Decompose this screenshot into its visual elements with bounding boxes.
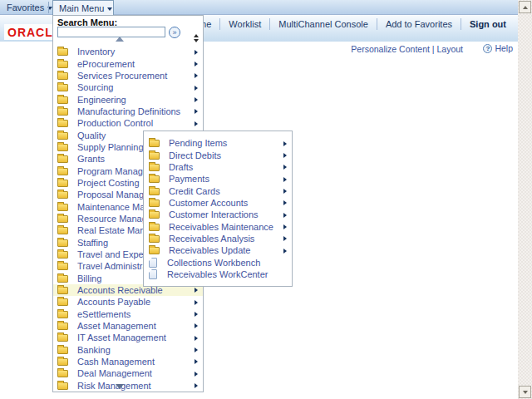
main-menu-item[interactable]: IT Asset Management bbox=[53, 332, 203, 343]
header-nav-link[interactable]: Worklist bbox=[220, 18, 270, 30]
folder-icon bbox=[149, 235, 160, 243]
folder-icon bbox=[57, 227, 68, 234]
main-menu-label: Main Menu bbox=[59, 3, 104, 13]
folder-icon bbox=[57, 155, 68, 163]
folder-icon bbox=[149, 164, 160, 171]
submenu-arrow-icon bbox=[283, 177, 287, 182]
folder-icon bbox=[57, 180, 68, 187]
main-menu-button[interactable]: Main Menu bbox=[52, 0, 114, 15]
menu-item-label: Grants bbox=[77, 154, 105, 164]
folder-icon bbox=[57, 370, 68, 377]
scrollbar-down-button[interactable] bbox=[519, 386, 531, 398]
folder-icon bbox=[149, 152, 160, 160]
menu-resize-widget[interactable] bbox=[194, 34, 199, 42]
submenu-item[interactable]: Customer Interactions bbox=[144, 209, 292, 220]
submenu-item-label: Receivables Update bbox=[169, 245, 250, 255]
main-menu-item[interactable]: Banking bbox=[53, 344, 203, 356]
submenu-arrow-icon bbox=[283, 153, 287, 158]
folder-icon bbox=[57, 48, 68, 56]
header-nav-link-label: Sign out bbox=[470, 19, 506, 29]
main-menu-item[interactable]: Inventory bbox=[53, 46, 203, 57]
folder-icon bbox=[149, 211, 160, 219]
help-icon: ? bbox=[483, 44, 492, 53]
submenu-item[interactable]: Direct Debits bbox=[144, 149, 292, 160]
submenu-item[interactable]: Pending Items bbox=[144, 137, 292, 149]
menu-scroll-up-arrow[interactable] bbox=[53, 37, 186, 42]
folder-icon bbox=[57, 251, 68, 259]
folder-icon bbox=[57, 334, 68, 342]
main-menu-item[interactable]: Sourcing bbox=[53, 81, 203, 93]
menu-item-label: eProcurement bbox=[77, 59, 135, 69]
main-menu-item[interactable]: Services Procurement bbox=[53, 70, 203, 81]
folder-icon bbox=[57, 168, 68, 175]
menu-item-label: Deal Management bbox=[77, 368, 152, 378]
menu-item-label: Production Control bbox=[77, 118, 153, 128]
submenu-item-label: Receivables WorkCenter bbox=[167, 269, 268, 279]
triangle-up-icon bbox=[194, 34, 199, 37]
arrow-up-icon bbox=[116, 37, 124, 42]
folder-icon bbox=[57, 120, 68, 127]
main-menu-item[interactable]: Deal Management bbox=[53, 367, 203, 379]
folder-icon bbox=[57, 144, 68, 151]
submenu-item[interactable]: Receivables WorkCenter bbox=[144, 268, 292, 280]
folder-icon bbox=[57, 204, 68, 211]
submenu-item-label: Drafts bbox=[169, 162, 193, 172]
favorites-menu-button[interactable]: Favorites bbox=[7, 2, 52, 12]
main-menu-item[interactable]: eProcurement bbox=[53, 57, 203, 69]
accounts-receivable-submenu: Pending Items Direct Debits Drafts Payme… bbox=[143, 131, 293, 287]
header-nav-link-label: Add to Favorites bbox=[386, 19, 452, 29]
submenu-arrow-icon bbox=[195, 121, 198, 126]
header-nav-link-label: Worklist bbox=[229, 19, 261, 29]
submenu-item[interactable]: Customer Accounts bbox=[144, 197, 292, 209]
help-link[interactable]: ? Help bbox=[483, 43, 513, 53]
menu-item-label: Sourcing bbox=[77, 82, 113, 92]
submenu-arrow-icon bbox=[195, 383, 198, 388]
submenu-arrow-icon bbox=[283, 200, 287, 205]
header-nav-links: Home Worklist MultiChannel Console Add t… bbox=[179, 18, 515, 30]
submenu-arrow-icon bbox=[195, 336, 198, 341]
submenu-list: Pending Items Direct Debits Drafts Payme… bbox=[144, 137, 292, 286]
scroll-up-icon bbox=[523, 6, 528, 9]
main-menu-item[interactable]: Cash Management bbox=[53, 356, 203, 367]
submenu-item[interactable]: Receivables Analysis bbox=[144, 233, 292, 244]
submenu-item-label: Direct Debits bbox=[169, 150, 221, 160]
main-menu-item[interactable]: Engineering bbox=[53, 93, 203, 105]
submenu-arrow-icon bbox=[195, 86, 198, 91]
submenu-item[interactable]: Payments bbox=[144, 173, 292, 185]
submenu-item[interactable]: Credit Cards bbox=[144, 185, 292, 196]
page-scrollbar[interactable] bbox=[518, 0, 532, 399]
main-menu-item[interactable]: eSettlements bbox=[53, 308, 203, 320]
menu-scroll-down-arrow[interactable] bbox=[53, 384, 186, 389]
submenu-item[interactable]: Receivables Update bbox=[144, 244, 292, 256]
folder-icon bbox=[57, 311, 68, 318]
submenu-arrow-icon bbox=[195, 109, 198, 114]
header-nav-link-label: MultiChannel Console bbox=[278, 19, 368, 29]
personalize-content-layout-links[interactable]: Personalize Content | Layout bbox=[351, 44, 463, 54]
header-nav-link[interactable]: Sign out bbox=[461, 18, 515, 30]
submenu-arrow-icon bbox=[195, 50, 198, 55]
header-nav-link[interactable]: Add to Favorites bbox=[377, 18, 461, 30]
scrollbar-up-button[interactable] bbox=[519, 1, 531, 13]
favorites-label: Favorites bbox=[7, 2, 44, 12]
folder-icon bbox=[57, 72, 68, 80]
header-nav-link[interactable]: MultiChannel Console bbox=[270, 18, 377, 30]
main-menu-item[interactable]: Production Control bbox=[53, 117, 203, 129]
submenu-item[interactable]: Receivables Maintenance bbox=[144, 220, 292, 232]
submenu-item[interactable]: Collections Workbench bbox=[144, 256, 292, 268]
menu-item-label: Project Costing bbox=[77, 178, 140, 188]
folder-icon bbox=[57, 275, 68, 283]
main-menu-item[interactable]: Accounts Payable bbox=[53, 296, 203, 308]
help-label: Help bbox=[495, 43, 513, 53]
menu-item-label: Accounts Payable bbox=[77, 297, 150, 307]
folder-icon bbox=[149, 258, 157, 268]
menu-item-label: Engineering bbox=[77, 95, 126, 105]
menu-item-label: Quality bbox=[77, 131, 106, 140]
menu-item-label: eSettlements bbox=[77, 309, 131, 319]
main-menu-item[interactable]: Manufacturing Definitions bbox=[53, 106, 203, 117]
submenu-arrow-icon bbox=[195, 288, 198, 293]
arrow-down-icon bbox=[116, 384, 124, 389]
folder-icon bbox=[149, 188, 160, 195]
menu-item-label: Supply Planning bbox=[77, 142, 144, 152]
main-menu-item[interactable]: Asset Management bbox=[53, 320, 203, 332]
submenu-item[interactable]: Drafts bbox=[144, 161, 292, 173]
